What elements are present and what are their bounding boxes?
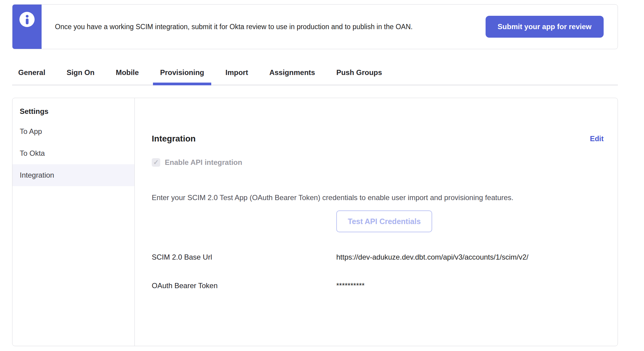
enable-api-integration-label: Enable API integration <box>165 158 242 167</box>
integration-content: Integration Edit ✓ Enable API integratio… <box>135 98 618 346</box>
scim-base-url-label: SCIM 2.0 Base Url <box>152 253 336 261</box>
sidebar-item-integration[interactable]: Integration <box>12 164 134 186</box>
scim-base-url-value: https://dev-adukuze.dev.dbt.com/api/v3/a… <box>336 253 528 261</box>
info-banner: Once you have a working SCIM integration… <box>12 4 618 49</box>
settings-sidebar: Settings To App To Okta Integration <box>12 98 135 346</box>
sidebar-item-to-app[interactable]: To App <box>12 121 134 142</box>
tab-assignments[interactable]: Assignments <box>259 60 326 85</box>
info-banner-accent <box>12 5 42 49</box>
test-credentials-row: Test API Credentials <box>152 210 604 232</box>
info-banner-message: Once you have a working SCIM integration… <box>55 20 413 34</box>
tab-mobile[interactable]: Mobile <box>105 60 149 85</box>
info-icon <box>19 12 35 27</box>
oauth-bearer-token-label: OAuth Bearer Token <box>152 281 336 290</box>
tab-general[interactable]: General <box>12 60 56 85</box>
edit-link[interactable]: Edit <box>590 135 604 143</box>
submit-app-for-review-button[interactable]: Submit your app for review <box>486 16 604 38</box>
oauth-bearer-token-value: ********** <box>336 281 364 290</box>
enable-api-integration-row: ✓ Enable API integration <box>152 158 604 167</box>
provisioning-panel: Settings To App To Okta Integration Inte… <box>12 98 618 346</box>
scim-base-url-row: SCIM 2.0 Base Url https://dev-adukuze.de… <box>152 253 604 261</box>
test-api-credentials-button[interactable]: Test API Credentials <box>336 210 432 232</box>
tab-sign-on[interactable]: Sign On <box>56 60 105 85</box>
enable-api-integration-checkbox[interactable]: ✓ <box>152 158 160 167</box>
sidebar-item-to-okta[interactable]: To Okta <box>12 142 134 164</box>
credentials-description: Enter your SCIM 2.0 Test App (OAuth Bear… <box>152 193 604 202</box>
sidebar-header-settings: Settings <box>12 102 134 121</box>
tab-provisioning[interactable]: Provisioning <box>149 60 215 85</box>
app-tabs: General Sign On Mobile Provisioning Impo… <box>12 60 618 85</box>
integration-header: Integration Edit <box>152 134 604 144</box>
page-title: Integration <box>152 134 196 144</box>
oauth-bearer-token-row: OAuth Bearer Token ********** <box>152 281 604 290</box>
tab-import[interactable]: Import <box>215 60 259 85</box>
tab-push-groups[interactable]: Push Groups <box>326 60 393 85</box>
info-banner-body: Once you have a working SCIM integration… <box>42 5 618 49</box>
